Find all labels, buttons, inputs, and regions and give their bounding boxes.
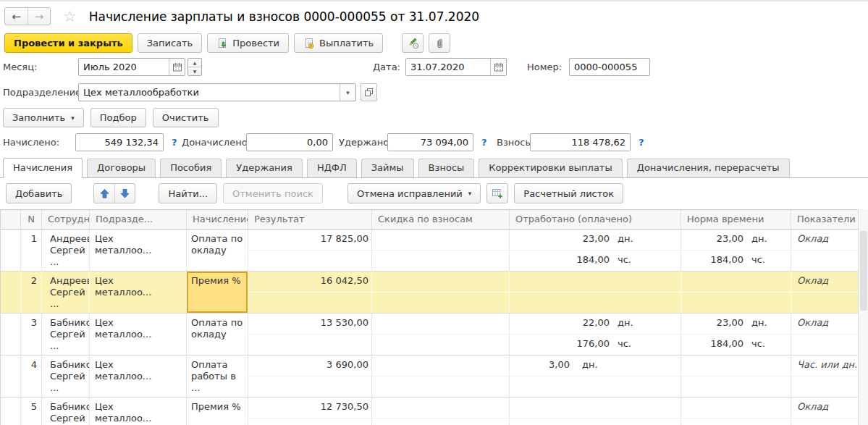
stepper-up-icon[interactable]: ▲: [188, 59, 201, 67]
cell-norm[interactable]: [681, 272, 791, 313]
tab-payment-adjustments[interactable]: Корректировки выплаты: [479, 159, 622, 177]
contributions-input[interactable]: [530, 133, 631, 151]
cell-norm[interactable]: 23,00дн. 184,00чс.: [681, 230, 791, 271]
cell-row-number[interactable]: 3: [21, 314, 42, 355]
cell-result[interactable]: 3 690,00: [248, 355, 372, 397]
tab-deductions[interactable]: Удержания: [226, 159, 303, 177]
table-row[interactable]: 2 Андреев Сергей ... Цех металлоо... Пре…: [1, 272, 858, 314]
cell-employee[interactable]: Бабников Сергей ...: [42, 314, 90, 355]
table-row[interactable]: 3 Бабников Сергей ... Цех металлоо... Оп…: [1, 314, 858, 355]
accrued-help-icon[interactable]: ?: [172, 133, 177, 151]
cell-accrual[interactable]: Оплата по окладу: [187, 230, 248, 271]
column-header-n[interactable]: N: [21, 210, 42, 229]
column-header-result[interactable]: Результат: [248, 210, 372, 229]
payslip-button[interactable]: Расчетный листок: [514, 183, 623, 203]
cell-norm[interactable]: 23,00дн. 184,00чс.: [681, 314, 791, 355]
find-button[interactable]: Найти...: [159, 183, 217, 203]
move-down-button[interactable]: [114, 184, 135, 203]
vertical-scrollbar[interactable]: [858, 209, 868, 425]
cell-employee[interactable]: Андреев Сергей ...: [42, 230, 90, 271]
cell-indicators[interactable]: Оклад: [791, 397, 859, 425]
month-calendar-icon[interactable]: [169, 59, 185, 75]
cell-norm[interactable]: [681, 355, 791, 397]
cell-row-number[interactable]: 1: [21, 230, 42, 271]
table-row[interactable]: 1 Андреев Сергей ... Цех металлоо... Опл…: [1, 230, 858, 272]
cancel-search-button[interactable]: Отменить поиск: [223, 183, 323, 203]
cell-discount[interactable]: [372, 397, 510, 425]
column-header-worked[interactable]: Отработано (оплачено): [510, 210, 681, 229]
tab-accruals[interactable]: Начисления: [3, 158, 83, 178]
cell-employee[interactable]: Бабников Сергей ...: [42, 397, 90, 425]
column-header-norm[interactable]: Норма времени: [681, 210, 791, 229]
table-row[interactable]: 5 Бабников Сергей ... Цех металлоо... Пр…: [1, 397, 858, 425]
cell-row-number[interactable]: 5: [21, 397, 42, 425]
cell-accrual[interactable]: Оплата по окладу: [187, 314, 248, 355]
cell-indicators[interactable]: Оклад: [791, 314, 859, 355]
cell-indicators[interactable]: Оклад: [791, 272, 859, 313]
cancel-fixes-button[interactable]: Отмена исправлений▾: [347, 183, 481, 203]
cell-result[interactable]: 13 530,00: [248, 314, 372, 355]
change-history-button[interactable]: [402, 33, 424, 53]
column-header-department[interactable]: Подразде...: [90, 210, 187, 229]
tab-benefits[interactable]: Пособия: [160, 159, 222, 177]
cell-worked[interactable]: [510, 397, 681, 425]
cell-result[interactable]: 16 042,50: [248, 272, 372, 313]
number-input[interactable]: [569, 58, 650, 76]
attachments-button[interactable]: [429, 33, 450, 53]
scrollbar-thumb[interactable]: [860, 231, 867, 311]
tab-contracts[interactable]: Договоры: [87, 159, 156, 177]
post-button[interactable]: Провести: [207, 33, 289, 53]
column-header-employee[interactable]: Сотрудник: [42, 210, 90, 229]
favorite-star-icon[interactable]: ☆: [63, 8, 77, 25]
cell-discount[interactable]: [372, 355, 510, 397]
month-input[interactable]: [79, 59, 169, 75]
fill-button[interactable]: Заполнить▾: [3, 108, 84, 127]
cell-department[interactable]: Цех металлоо...: [90, 314, 187, 355]
move-up-button[interactable]: [94, 184, 114, 203]
date-calendar-icon[interactable]: [490, 59, 506, 75]
date-input[interactable]: [406, 59, 490, 75]
cell-norm[interactable]: [681, 397, 791, 425]
withheld-help-icon[interactable]: ?: [481, 133, 487, 151]
column-header-accrual[interactable]: Начисление: [187, 210, 248, 229]
cell-worked[interactable]: [510, 272, 681, 313]
cell-department[interactable]: Цех металлоо...: [90, 272, 187, 313]
cell-employee[interactable]: Бабников Сергей ...: [42, 355, 90, 397]
cell-accrual[interactable]: Премия %: [187, 397, 248, 425]
cell-discount[interactable]: [372, 272, 510, 313]
stepper-down-icon[interactable]: ▼: [188, 67, 201, 75]
cell-discount[interactable]: [372, 314, 510, 355]
additional-input[interactable]: [246, 133, 333, 151]
cell-department[interactable]: Цех металлоо...: [90, 355, 187, 397]
cell-department[interactable]: Цех металлоо...: [90, 397, 187, 425]
tab-ndfl[interactable]: НДФЛ: [307, 159, 357, 177]
tab-contributions[interactable]: Взносы: [418, 159, 475, 177]
column-settings-button[interactable]: [486, 183, 508, 203]
cell-row-number[interactable]: 2: [21, 272, 42, 313]
cell-worked[interactable]: 23,00дн. 184,00чс.: [510, 230, 681, 271]
add-row-button[interactable]: Добавить: [6, 183, 72, 203]
pay-button[interactable]: Выплатить: [294, 33, 383, 53]
column-header-discount[interactable]: Скидка по взносам: [372, 210, 510, 229]
tab-loans[interactable]: Займы: [361, 159, 414, 177]
save-button[interactable]: Записать: [138, 33, 203, 53]
cell-employee[interactable]: Андреев Сергей ...: [42, 272, 90, 313]
cell-worked[interactable]: 22,00дн. 176,00чс.: [510, 314, 681, 355]
department-open-icon[interactable]: [361, 83, 377, 101]
cell-indicators[interactable]: Час. или дн. ст: [791, 355, 859, 397]
department-input[interactable]: [79, 84, 340, 101]
back-button[interactable]: ←: [5, 8, 28, 25]
clear-button[interactable]: Очистить: [153, 108, 219, 127]
cell-accrual[interactable]: Оплата работы в ...: [187, 355, 248, 397]
month-stepper[interactable]: ▲ ▼: [187, 58, 202, 76]
cell-result[interactable]: 17 825,00: [248, 230, 372, 271]
department-dropdown-icon[interactable]: ▾: [340, 84, 355, 101]
cell-row-number[interactable]: 4: [21, 355, 42, 397]
cell-accrual[interactable]: Премия %: [187, 272, 248, 313]
cell-discount[interactable]: [372, 230, 510, 271]
table-row[interactable]: 4 Бабников Сергей ... Цех металлоо... Оп…: [1, 355, 858, 397]
tab-recalculations[interactable]: Доначисления, перерасчеты: [627, 159, 790, 177]
forward-button[interactable]: →: [28, 8, 50, 25]
contributions-help-icon[interactable]: ?: [639, 133, 644, 151]
cell-worked[interactable]: 3,00дн.: [510, 355, 681, 397]
